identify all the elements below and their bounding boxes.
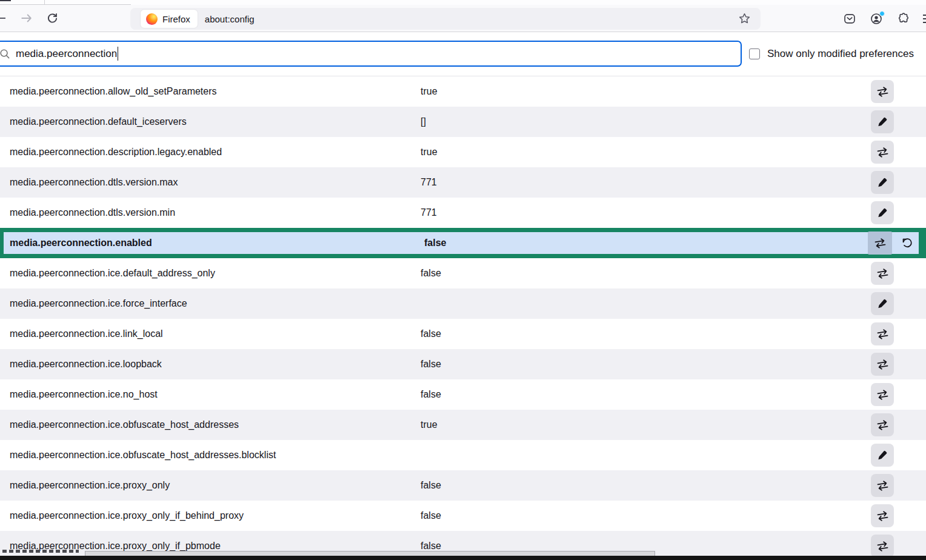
edit-button[interactable]: [871, 201, 894, 224]
pref-row[interactable]: media.peerconnection.ice.link_local fals…: [0, 319, 926, 349]
pref-value: 771: [421, 177, 871, 188]
pref-value: false: [421, 389, 871, 400]
pref-row[interactable]: media.peerconnection.default_iceservers …: [0, 107, 926, 137]
site-identity-label: Firefox: [162, 14, 190, 24]
pref-name: media.peerconnection.ice.default_address…: [0, 268, 421, 279]
edit-button[interactable]: [871, 292, 894, 315]
url-text[interactable]: about:config: [205, 14, 255, 24]
pref-row[interactable]: media.peerconnection.enabled false: [0, 228, 926, 258]
back-icon[interactable]: [0, 18, 5, 19]
pref-name: media.peerconnection.ice.link_local: [0, 328, 421, 339]
toggle-button[interactable]: [871, 474, 894, 497]
reload-icon[interactable]: [45, 12, 59, 25]
toggle-button[interactable]: [871, 141, 894, 164]
toggle-button[interactable]: [871, 353, 894, 376]
pref-row[interactable]: media.peerconnection.dtls.version.min 77…: [0, 198, 926, 228]
bookmark-star-icon[interactable]: [738, 12, 751, 25]
pref-value: false: [421, 359, 871, 370]
show-modified-label: Show only modified preferences: [767, 48, 914, 60]
toggle-button[interactable]: [871, 535, 894, 558]
app-menu-icon[interactable]: [923, 15, 926, 23]
pref-row[interactable]: media.peerconnection.dtls.version.max 77…: [0, 167, 926, 198]
edit-button[interactable]: [871, 110, 894, 133]
pref-name: media.peerconnection.ice.proxy_only_if_b…: [0, 510, 421, 521]
toggle-button[interactable]: [871, 80, 894, 103]
pref-value: false: [421, 541, 871, 552]
browser-toolbar: Firefox about:config: [0, 5, 926, 32]
pref-value: false: [421, 510, 871, 521]
pref-value: 771: [421, 207, 871, 218]
pref-name: media.peerconnection.ice.obfuscate_host_…: [0, 450, 421, 461]
show-modified-checkbox[interactable]: [749, 48, 760, 59]
text-caret: [118, 47, 118, 61]
extensions-puzzle-icon[interactable]: [896, 12, 910, 25]
pref-name: media.peerconnection.ice.loopback: [0, 359, 421, 370]
config-search-section: media.peerconnection Show only modified …: [0, 32, 926, 76]
url-bar[interactable]: Firefox about:config: [130, 8, 761, 30]
search-query-text[interactable]: media.peerconnection: [16, 48, 117, 60]
edit-button[interactable]: [871, 171, 894, 194]
toggle-button[interactable]: [871, 322, 894, 345]
forward-icon[interactable]: [20, 12, 33, 25]
pref-name: media.peerconnection.dtls.version.min: [0, 207, 421, 218]
pref-value: false: [421, 328, 871, 339]
pref-name: media.peerconnection.description.legacy.…: [0, 147, 421, 158]
account-icon[interactable]: [870, 12, 883, 25]
edit-button[interactable]: [871, 444, 894, 467]
clipped-status-text: [2, 550, 79, 555]
toggle-button[interactable]: [871, 262, 894, 285]
pref-name: media.peerconnection.ice.no_host: [0, 389, 421, 400]
pref-name: media.peerconnection.ice.obfuscate_host_…: [0, 419, 421, 430]
toggle-button[interactable]: [871, 383, 894, 406]
pref-name: media.peerconnection.ice.proxy_only: [0, 480, 421, 491]
reset-button[interactable]: [896, 232, 919, 255]
pref-value: false: [421, 268, 871, 279]
pref-row[interactable]: media.peerconnection.ice.force_interface: [0, 288, 926, 319]
account-notification-dot: [879, 11, 885, 16]
window-edge-mark: [0, 0, 11, 1]
toggle-button[interactable]: [871, 504, 894, 527]
pref-row[interactable]: media.peerconnection.ice.loopback false: [0, 349, 926, 379]
search-icon: [0, 48, 11, 60]
pref-value: true: [421, 86, 871, 97]
firefox-logo-icon: [146, 13, 158, 25]
pocket-icon[interactable]: [843, 12, 856, 25]
taskbar-edge: [0, 556, 926, 560]
pref-row[interactable]: media.peerconnection.ice.no_host false: [0, 379, 926, 410]
pref-name: media.peerconnection.dtls.version.max: [0, 177, 421, 188]
preferences-table: media.peerconnection.allow_old_setParame…: [0, 76, 926, 560]
search-input[interactable]: media.peerconnection: [0, 41, 742, 67]
pref-name: media.peerconnection.allow_old_setParame…: [0, 86, 421, 97]
tab-strip-remnant: [0, 0, 926, 5]
pref-value: true: [421, 419, 871, 430]
pref-row[interactable]: media.peerconnection.ice.default_address…: [0, 258, 926, 288]
pref-row[interactable]: media.peerconnection.allow_old_setParame…: [0, 76, 926, 107]
toggle-button[interactable]: [871, 413, 894, 436]
pref-value: false: [421, 480, 871, 491]
pref-row[interactable]: media.peerconnection.ice.obfuscate_host_…: [0, 410, 926, 440]
pref-row[interactable]: media.peerconnection.description.legacy.…: [0, 137, 926, 167]
pref-value: []: [421, 116, 871, 127]
pref-value: false: [424, 238, 868, 248]
pref-row[interactable]: media.peerconnection.ice.obfuscate_host_…: [0, 440, 926, 470]
site-identity-chip[interactable]: Firefox: [141, 10, 198, 28]
pref-row[interactable]: media.peerconnection.ice.proxy_only_if_b…: [0, 501, 926, 531]
pref-row[interactable]: media.peerconnection.ice.proxy_only fals…: [0, 470, 926, 501]
pref-value: true: [421, 147, 871, 158]
toggle-button[interactable]: [868, 232, 892, 255]
pref-name: media.peerconnection.ice.force_interface: [0, 298, 421, 309]
pref-name: media.peerconnection.enabled: [4, 238, 424, 248]
pref-name: media.peerconnection.default_iceservers: [0, 116, 421, 127]
